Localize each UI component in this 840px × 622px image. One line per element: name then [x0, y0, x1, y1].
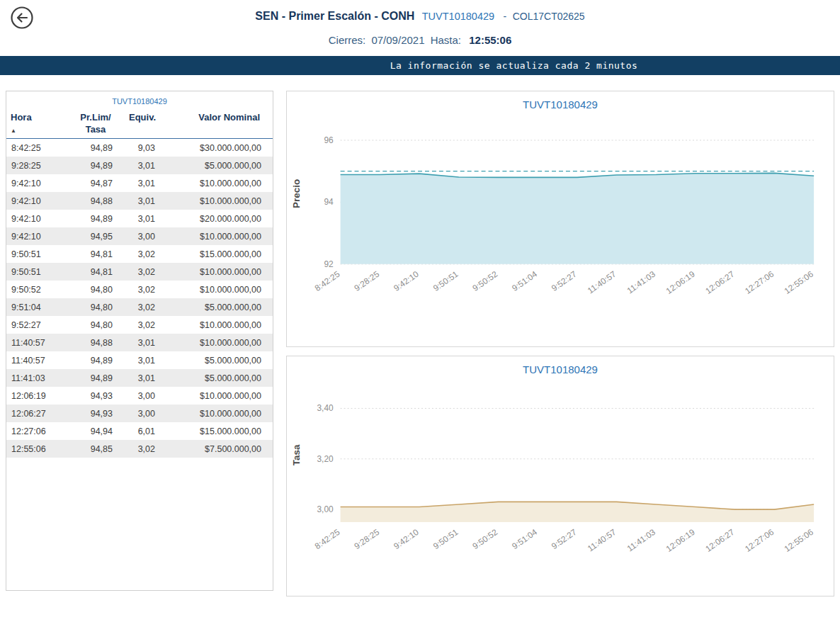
- equiv-cell: 3,00: [123, 387, 162, 405]
- prlim-cell: 94,80: [69, 316, 123, 334]
- svg-text:12:27:06: 12:27:06: [743, 527, 776, 554]
- svg-text:12:06:27: 12:06:27: [703, 269, 736, 296]
- svg-text:3,20: 3,20: [317, 454, 334, 464]
- svg-text:11:41:03: 11:41:03: [625, 527, 658, 554]
- report-page: SEN - Primer Escalón - CONH TUVT10180429…: [0, 0, 840, 596]
- prlim-cell: 94,95: [69, 227, 123, 245]
- table-row: 12:27:0694,946,01$15.000.000,00: [6, 422, 273, 440]
- svg-text:12:27:06: 12:27:06: [743, 269, 776, 296]
- svg-text:9:50:51: 9:50:51: [431, 269, 460, 293]
- cierres-date: 07/09/2021: [371, 34, 424, 46]
- precio-chart[interactable]: 9294968:42:259:28:259:42:109:50:519:50:5…: [288, 112, 832, 329]
- column-header-hora[interactable]: Hora ▲: [6, 108, 69, 139]
- valor-cell: $7.500.000,00: [162, 440, 273, 458]
- hora-cell: 9:50:51: [6, 245, 69, 263]
- report-title: SEN - Primer Escalón - CONH: [255, 10, 414, 22]
- svg-text:94: 94: [324, 197, 334, 207]
- equiv-cell: 3,02: [123, 298, 162, 316]
- closing-info: Cierres: 07/09/2021 Hasta: 12:55:06: [0, 34, 840, 46]
- svg-text:11:41:03: 11:41:03: [625, 269, 658, 296]
- svg-text:8:42:25: 8:42:25: [313, 527, 342, 551]
- valor-cell: $10.000.000,00: [162, 405, 273, 422]
- valor-cell: $5.000.000,00: [162, 351, 273, 369]
- svg-text:8:42:25: 8:42:25: [313, 269, 342, 293]
- svg-text:3,00: 3,00: [317, 504, 334, 514]
- tasa-chart[interactable]: 3,003,203,408:42:259:28:259:42:109:50:51…: [288, 377, 832, 587]
- trades-table-panel: TUVT10180429 Hora ▲ Pr.Lim/ Tasa Equiv. …: [6, 91, 273, 591]
- prlim-cell: 94,81: [69, 263, 123, 281]
- hora-cell: 9:50:51: [6, 263, 69, 281]
- hora-cell: 9:42:10: [6, 174, 69, 192]
- prlim-cell: 94,89: [69, 369, 123, 387]
- prlim-cell: 94,80: [69, 281, 123, 298]
- table-row: 9:51:0494,803,02$5.000.000,00: [6, 298, 273, 316]
- table-row: 12:06:2794,933,00$10.000.000,00: [6, 405, 273, 422]
- arrow-left-circle-icon: [10, 21, 34, 32]
- prlim-cell: 94,80: [69, 298, 123, 316]
- hora-cell: 9:28:25: [6, 157, 69, 174]
- prlim-cell: 94,89: [69, 139, 123, 157]
- table-row: 9:42:1094,883,01$10.000.000,00: [6, 192, 273, 210]
- table-row: 9:50:5194,813,02$15.000.000,00: [6, 245, 273, 263]
- tasa-chart-title: TUVT10180429: [288, 361, 832, 377]
- prlim-cell: 94,88: [69, 192, 123, 210]
- valor-cell: $10.000.000,00: [162, 281, 273, 298]
- hora-cell: 11:40:57: [6, 351, 69, 369]
- hora-cell: 9:42:10: [6, 192, 69, 210]
- svg-text:12:06:19: 12:06:19: [664, 527, 697, 554]
- hora-cell: 9:52:27: [6, 316, 69, 334]
- svg-text:3,40: 3,40: [317, 403, 334, 413]
- table-row: 11:40:5794,893,01$5.000.000,00: [6, 351, 273, 369]
- precio-chart-card: TUVT10180429 9294968:42:259:28:259:42:10…: [286, 91, 834, 347]
- prlim-cell: 94,89: [69, 210, 123, 227]
- svg-text:12:06:27: 12:06:27: [703, 527, 736, 554]
- hora-cell: 12:06:27: [6, 405, 69, 422]
- svg-text:9:52:27: 9:52:27: [550, 527, 579, 551]
- equiv-cell: 3,00: [123, 227, 162, 245]
- equiv-cell: 9,03: [123, 139, 162, 157]
- charts-column: TUVT10180429 9294968:42:259:28:259:42:10…: [286, 91, 834, 596]
- table-row: 9:52:2794,803,02$10.000.000,00: [6, 316, 273, 334]
- hora-cell: 12:27:06: [6, 422, 69, 440]
- table-row: 9:42:1094,873,01$10.000.000,00: [6, 174, 273, 192]
- valor-cell: $10.000.000,00: [162, 316, 273, 334]
- equiv-cell: 3,02: [123, 281, 162, 298]
- column-header-prlim-tasa[interactable]: Pr.Lim/ Tasa: [69, 108, 123, 139]
- hora-cell: 9:42:10: [6, 227, 69, 245]
- refresh-banner-text: La información se actualiza cada 2 minut…: [390, 60, 638, 71]
- tasa-chart-card: TUVT10180429 3,003,203,408:42:259:28:259…: [286, 356, 834, 596]
- column-header-equiv[interactable]: Equiv.: [123, 108, 162, 139]
- prlim-cell: 94,87: [69, 174, 123, 192]
- hora-cell: 12:06:19: [6, 387, 69, 405]
- equiv-cell: 3,02: [123, 245, 162, 263]
- table-row: 9:50:5194,813,02$10.000.000,00: [6, 263, 273, 281]
- svg-text:9:28:25: 9:28:25: [352, 527, 381, 551]
- table-row: 9:28:2594,893,01$5.000.000,00: [6, 157, 273, 174]
- table-row: 12:06:1994,933,00$10.000.000,00: [6, 387, 273, 405]
- equiv-cell: 3,01: [123, 192, 162, 210]
- svg-text:9:42:10: 9:42:10: [392, 269, 421, 293]
- prlim-cell: 94,88: [69, 334, 123, 351]
- equiv-cell: 3,01: [123, 369, 162, 387]
- prlim-cell: 94,85: [69, 440, 123, 458]
- back-button[interactable]: [10, 6, 34, 32]
- svg-text:9:50:52: 9:50:52: [471, 527, 500, 551]
- valor-cell: $30.000.000,00: [162, 139, 273, 157]
- cierres-label: Cierres:: [329, 34, 366, 46]
- report-header: SEN - Primer Escalón - CONH TUVT10180429…: [0, 0, 840, 46]
- valor-cell: $15.000.000,00: [162, 422, 273, 440]
- valor-cell: $10.000.000,00: [162, 227, 273, 245]
- equiv-cell: 6,01: [123, 422, 162, 440]
- column-header-valor-nominal[interactable]: Valor Nominal: [162, 108, 273, 139]
- svg-text:92: 92: [324, 259, 334, 269]
- prlim-cell: 94,89: [69, 157, 123, 174]
- hasta-time: 12:55:06: [469, 34, 511, 46]
- precio-chart-title: TUVT10180429: [288, 96, 832, 112]
- table-row: 11:40:5794,883,01$10.000.000,00: [6, 334, 273, 351]
- hora-cell: 12:55:06: [6, 440, 69, 458]
- hora-cell: 9:50:52: [6, 281, 69, 298]
- table-row: 9:50:5294,803,02$10.000.000,00: [6, 281, 273, 298]
- sort-ascending-icon[interactable]: ▲: [11, 128, 64, 137]
- valor-cell: $10.000.000,00: [162, 174, 273, 192]
- svg-text:Tasa: Tasa: [291, 444, 302, 465]
